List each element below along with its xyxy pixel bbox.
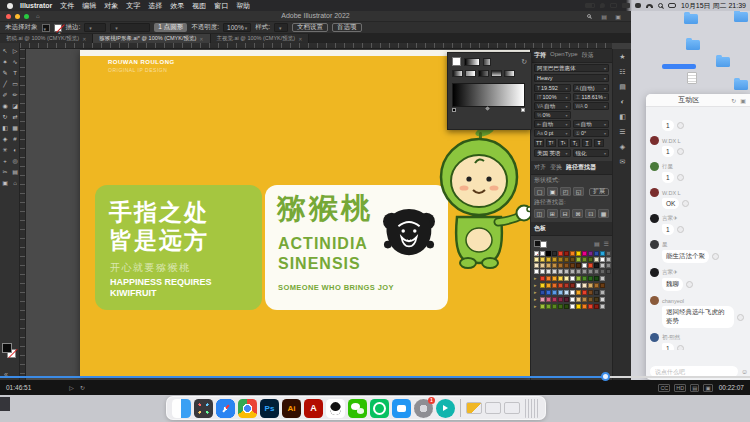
- color-swatch[interactable]: [600, 297, 605, 302]
- character-attribute-field[interactable]: IT 100%: [534, 93, 571, 101]
- rotate-tool[interactable]: ↻: [0, 111, 10, 122]
- shape-mode-button[interactable]: ▢: [534, 187, 545, 196]
- eyedropper-tool[interactable]: +: [0, 155, 10, 166]
- color-swatch[interactable]: [558, 251, 563, 256]
- tab-transform[interactable]: 变换: [550, 163, 562, 172]
- launchpad[interactable]: [194, 399, 213, 418]
- color-swatch[interactable]: [570, 251, 575, 256]
- character-attribute-field[interactable]: WA 0: [573, 102, 610, 110]
- color-swatch[interactable]: [582, 304, 587, 309]
- color-swatch[interactable]: [552, 276, 557, 281]
- preferences-button[interactable]: 首选项: [332, 23, 362, 32]
- panel-icon[interactable]: ☰: [613, 124, 631, 139]
- emoji-icon[interactable]: ☺: [741, 368, 748, 375]
- type-style-toggle[interactable]: TT: [534, 139, 544, 147]
- color-swatch[interactable]: [582, 269, 587, 274]
- reaction-icon[interactable]: [686, 281, 693, 288]
- color-swatch[interactable]: [606, 257, 611, 262]
- color-swatch[interactable]: [600, 257, 605, 262]
- gradient-preset-chip[interactable]: [504, 70, 515, 77]
- status-icon[interactable]: [646, 4, 653, 8]
- color-swatch[interactable]: [546, 257, 551, 262]
- character-attribute-field[interactable]: T 19.592: [534, 84, 571, 92]
- color-swatch[interactable]: [552, 297, 557, 302]
- color-swatch[interactable]: [552, 251, 557, 256]
- finder[interactable]: [172, 399, 191, 418]
- avatar[interactable]: [650, 268, 659, 277]
- shape-mode-button[interactable]: ◱: [573, 187, 584, 196]
- folder-icon[interactable]: [684, 14, 698, 24]
- color-swatch[interactable]: [588, 269, 593, 274]
- artboard-tool[interactable]: ▣: [0, 177, 10, 188]
- opacity-field[interactable]: 100%: [223, 23, 251, 32]
- document-tab[interactable]: 猕猴桃IP形象.ai* @ 100% (CMYK/预览): [93, 34, 210, 43]
- color-swatch[interactable]: [594, 251, 599, 256]
- green-app[interactable]: [370, 399, 389, 418]
- magic-wand-tool[interactable]: ✶: [0, 56, 10, 67]
- character-attribute-field[interactable]: A (自动): [573, 84, 610, 92]
- panel-icon[interactable]: ◧: [613, 109, 631, 124]
- fill-indicator[interactable]: [2, 343, 12, 353]
- color-swatch[interactable]: [594, 269, 599, 274]
- tab-swatches[interactable]: 色板: [534, 224, 546, 233]
- color-group-folder-icon[interactable]: ▸: [534, 289, 539, 295]
- status-icon[interactable]: [622, 3, 630, 8]
- width-profile-chip[interactable]: 1 点圆形: [154, 23, 187, 32]
- rectangle-tool[interactable]: ▭: [10, 78, 20, 89]
- anti-alias-field[interactable]: 锐化: [573, 149, 610, 157]
- remote[interactable]: [436, 399, 455, 418]
- player-option-icon[interactable]: ▣: [703, 384, 712, 392]
- color-swatch[interactable]: [576, 251, 581, 256]
- color-swatch[interactable]: [576, 283, 581, 288]
- color-swatch[interactable]: [588, 251, 593, 256]
- menu-item[interactable]: 窗口: [214, 1, 228, 11]
- pathfinder-button[interactable]: ⊟: [560, 209, 571, 218]
- wechat[interactable]: [348, 399, 367, 418]
- color-swatch[interactable]: [552, 304, 557, 309]
- color-swatch[interactable]: [600, 283, 605, 288]
- color-swatch[interactable]: [546, 269, 551, 274]
- color-swatch[interactable]: [588, 276, 593, 281]
- color-group-folder-icon[interactable]: ▸: [534, 303, 539, 309]
- blend-tool[interactable]: ◎: [10, 155, 20, 166]
- gradient-preview-chip[interactable]: [464, 58, 480, 66]
- fill-stroke-indicator[interactable]: [2, 343, 18, 361]
- color-swatch[interactable]: [582, 297, 587, 302]
- font-style-field[interactable]: Heavy: [534, 74, 609, 82]
- color-swatch[interactable]: [576, 269, 581, 274]
- status-icon[interactable]: [585, 3, 595, 8]
- color-swatch[interactable]: [564, 290, 569, 295]
- type-style-toggle[interactable]: T̲: [582, 139, 592, 147]
- gradient-stroke-chip[interactable]: [483, 58, 491, 66]
- width-tool[interactable]: ◧: [0, 122, 10, 133]
- color-swatch[interactable]: [552, 290, 557, 295]
- menu-item[interactable]: 文字: [126, 1, 140, 11]
- color-swatch[interactable]: [558, 257, 563, 262]
- color-swatch[interactable]: [540, 276, 545, 281]
- color-group-folder-icon[interactable]: ▸: [534, 275, 539, 281]
- reaction-icon[interactable]: [712, 253, 719, 260]
- pencil-tool[interactable]: ✏: [10, 89, 20, 100]
- gradient-stop-white[interactable]: [521, 108, 525, 112]
- color-swatch[interactable]: [594, 283, 599, 288]
- color-swatch[interactable]: [534, 251, 539, 256]
- color-swatch[interactable]: [558, 290, 563, 295]
- scale-tool[interactable]: ⇄: [10, 111, 20, 122]
- gradient-midpoint[interactable]: [485, 106, 489, 110]
- chrome[interactable]: [238, 399, 257, 418]
- color-swatch[interactable]: [546, 263, 551, 268]
- color-swatch[interactable]: [534, 257, 539, 262]
- menu-item[interactable]: 编辑: [82, 1, 96, 11]
- color-swatch[interactable]: [576, 290, 581, 295]
- tab-character[interactable]: 字符: [534, 51, 546, 60]
- status-icon[interactable]: [600, 3, 605, 8]
- video-progress-bar[interactable]: [0, 375, 750, 378]
- color-swatch[interactable]: [606, 263, 611, 268]
- search-icon[interactable]: [587, 14, 591, 18]
- direct-selection-tool[interactable]: ▷: [10, 45, 20, 56]
- color-swatch[interactable]: [606, 269, 611, 274]
- gradient-preset-chip[interactable]: [478, 70, 489, 77]
- color-swatch[interactable]: [600, 276, 605, 281]
- minimized-window-thumbnail[interactable]: [466, 402, 482, 414]
- color-swatch[interactable]: [558, 263, 563, 268]
